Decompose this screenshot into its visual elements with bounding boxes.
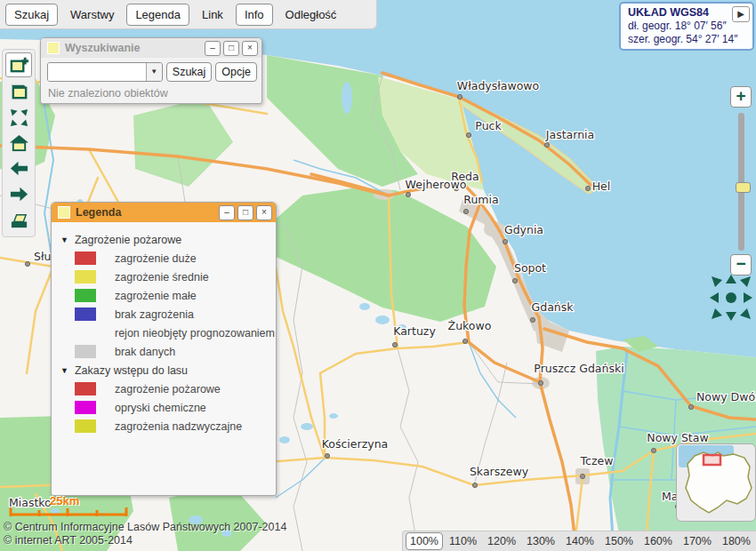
city-dot bbox=[530, 317, 535, 322]
zoom-level-button[interactable]: 180% bbox=[718, 532, 755, 550]
search-panel: Wyszukiwanie – □ × ▼ Szukaj Opcje Nie zn… bbox=[40, 37, 262, 104]
home-tool[interactable] bbox=[6, 132, 31, 155]
city-dot bbox=[503, 239, 507, 244]
city-label: Nowy Dwór Gdański bbox=[696, 390, 756, 403]
legend-item-label: zagrożenia nadzwyczajne bbox=[115, 420, 242, 433]
pan-control[interactable] bbox=[708, 273, 754, 323]
city-label: Kartuzy bbox=[393, 324, 436, 338]
zoom-in-tool[interactable] bbox=[5, 52, 32, 77]
collapse-triangle-icon: ▼ bbox=[60, 236, 68, 244]
legend-item-label: zagrożenie pożarowe bbox=[115, 383, 221, 395]
close-icon[interactable]: × bbox=[256, 205, 272, 220]
city-label: Puck bbox=[475, 119, 502, 132]
expand-arrow-icon[interactable]: ▶ bbox=[732, 6, 750, 22]
city-label: Jastarnia bbox=[545, 128, 594, 141]
legend-group-header[interactable]: ▼Zakazy wstępu do lasu bbox=[59, 364, 276, 377]
options-button[interactable]: Opcje bbox=[215, 62, 257, 82]
zoom-level-button[interactable]: 160% bbox=[639, 532, 677, 550]
legend-button[interactable]: Legenda bbox=[126, 4, 189, 26]
maximize-icon[interactable]: □ bbox=[223, 41, 239, 56]
city-dot bbox=[472, 483, 477, 487]
legend-item-label: zagrożenie małe bbox=[115, 290, 197, 302]
legend-item: zagrożenie średnie bbox=[75, 268, 276, 286]
search-submit-button[interactable]: Szukaj bbox=[166, 62, 213, 82]
city-dot bbox=[457, 94, 462, 99]
viewport-rectangle[interactable] bbox=[704, 455, 720, 465]
legend-group-title: Zakazy wstępu do lasu bbox=[75, 364, 188, 377]
city-dot bbox=[580, 474, 584, 478]
city-dot bbox=[25, 261, 29, 266]
panel-icon bbox=[47, 42, 60, 54]
minimize-icon[interactable]: – bbox=[205, 41, 221, 56]
city-dot bbox=[392, 342, 397, 347]
legend-panel-titlebar[interactable]: Legenda – □ × bbox=[52, 203, 276, 222]
legend-item: zagrożenie pożarowe bbox=[75, 379, 276, 398]
zoom-level-button[interactable]: 100% bbox=[406, 532, 443, 550]
zoom-level-button[interactable]: 170% bbox=[679, 532, 716, 550]
city-label: Sopot bbox=[514, 261, 546, 275]
zoom-level-button[interactable]: 130% bbox=[522, 532, 559, 550]
city-label: Tczew bbox=[580, 454, 614, 467]
info-button[interactable]: Info bbox=[236, 4, 273, 26]
legend-group-title: Zagrożenie pożarowe bbox=[75, 234, 181, 246]
city-dot bbox=[585, 186, 590, 190]
top-toolbar: Szukaj Warstwy Legenda Link Info Odległo… bbox=[0, 0, 377, 29]
city-dot bbox=[688, 404, 693, 409]
chevron-down-icon[interactable]: ▼ bbox=[146, 63, 162, 81]
legend-item-label: brak danych bbox=[115, 346, 175, 358]
close-icon[interactable]: × bbox=[242, 41, 258, 56]
distance-button[interactable]: Odległość bbox=[277, 4, 346, 26]
link-button[interactable]: Link bbox=[193, 4, 232, 26]
print-tool-icon bbox=[9, 211, 29, 230]
forward-tool[interactable] bbox=[6, 183, 31, 206]
city-label: Wejherowo bbox=[406, 178, 467, 191]
zoom-slider-handle[interactable] bbox=[736, 182, 751, 193]
city-dot bbox=[651, 448, 655, 452]
legend-swatch bbox=[75, 252, 96, 265]
search-panel-title: Wyszukiwanie bbox=[65, 42, 202, 54]
legend-item-label: rejon nieobjęty prognozowaniem bbox=[115, 327, 275, 339]
maximize-icon[interactable]: □ bbox=[237, 205, 253, 220]
city-label: Gdynia bbox=[504, 223, 543, 236]
legend-group-header[interactable]: ▼Zagrożenie pożarowe bbox=[59, 234, 276, 246]
overview-map[interactable] bbox=[676, 443, 756, 522]
city-label: Nowy Staw bbox=[647, 431, 708, 444]
legend-item: brak danych bbox=[75, 342, 276, 361]
legend-swatch bbox=[75, 345, 96, 358]
zoom-in-button[interactable]: + bbox=[730, 86, 752, 108]
layers-button[interactable]: Warstwy bbox=[61, 4, 123, 26]
search-button[interactable]: Szukaj bbox=[5, 4, 58, 26]
legend-swatch bbox=[75, 289, 96, 302]
search-input[interactable] bbox=[48, 63, 146, 81]
zoom-percent-bar: 100%110%120%130%140%150%160%170%180%190%… bbox=[402, 531, 756, 551]
back-tool[interactable] bbox=[6, 157, 31, 180]
forward-tool-icon bbox=[9, 185, 29, 204]
legend-item: zagrożenia nadzwyczajne bbox=[75, 417, 276, 435]
city-label: Gdańsk bbox=[532, 300, 575, 314]
city-label: Skarszewy bbox=[470, 465, 529, 478]
search-combobox: ▼ bbox=[47, 62, 163, 82]
zoom-level-button[interactable]: 110% bbox=[445, 532, 481, 550]
back-tool-icon bbox=[9, 159, 29, 179]
legend-body: ▼Zagrożenie pożarowezagrożenie dużezagro… bbox=[52, 222, 276, 435]
zoom-level-button[interactable]: 150% bbox=[600, 532, 638, 550]
print-tool[interactable] bbox=[6, 209, 31, 232]
city-dot bbox=[406, 192, 410, 196]
city-label: Hel bbox=[592, 180, 611, 193]
legend-item: zagrożenie małe bbox=[75, 286, 276, 305]
map-tools-toolbar bbox=[2, 49, 36, 237]
city-dot bbox=[466, 132, 470, 137]
legend-panel-title: Legenda bbox=[76, 206, 216, 219]
home-tool-icon bbox=[9, 133, 29, 153]
minimize-icon[interactable]: – bbox=[219, 205, 235, 220]
zoom-level-button[interactable]: 120% bbox=[483, 532, 520, 550]
zoom-out-tool[interactable] bbox=[6, 80, 31, 103]
city-label: Rumia bbox=[463, 193, 498, 206]
zoom-level-button[interactable]: 140% bbox=[561, 532, 599, 550]
legend-item: opryski chemiczne bbox=[75, 398, 276, 417]
city-dot bbox=[544, 142, 549, 147]
legend-swatch bbox=[75, 419, 96, 433]
search-panel-titlebar[interactable]: Wyszukiwanie – □ × bbox=[41, 38, 261, 58]
legend-item-label: zagrożenie średnie bbox=[115, 271, 209, 283]
full-extent-tool[interactable] bbox=[6, 106, 31, 129]
